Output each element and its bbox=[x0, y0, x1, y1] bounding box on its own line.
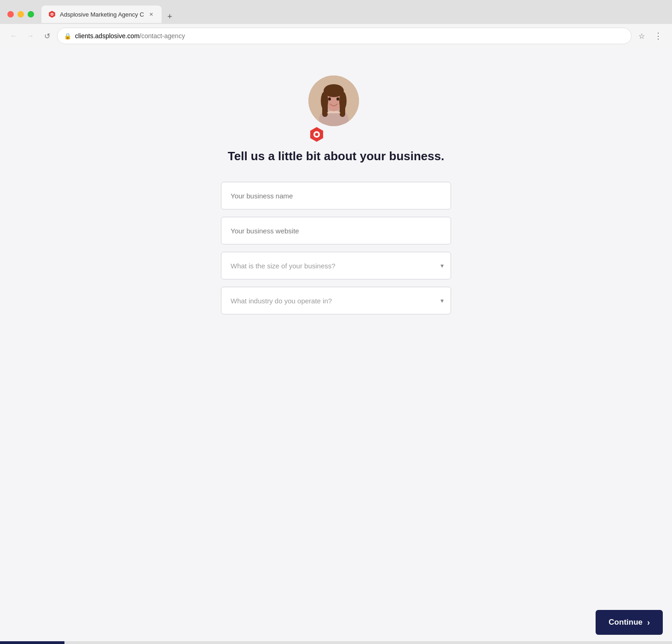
address-bar[interactable]: 🔒 clients.adsplosive.com/contact-agency bbox=[57, 28, 631, 44]
traffic-lights bbox=[7, 11, 34, 17]
minimize-traffic-light[interactable] bbox=[17, 11, 24, 17]
tab-close-button[interactable]: ✕ bbox=[148, 11, 155, 18]
continue-arrow-icon: › bbox=[647, 618, 650, 627]
svg-rect-11 bbox=[340, 99, 345, 117]
new-tab-button[interactable]: + bbox=[163, 10, 176, 23]
business-name-input[interactable] bbox=[221, 182, 451, 209]
industry-wrapper: What industry do you operate in? Technol… bbox=[221, 287, 451, 314]
form-container: What is the size of your business? 1–10 … bbox=[221, 182, 451, 314]
avatar-container bbox=[308, 75, 364, 131]
avatar bbox=[308, 75, 359, 126]
continue-button[interactable]: Continue › bbox=[596, 610, 663, 635]
continue-button-container: Continue › bbox=[596, 610, 663, 635]
page-content: Tell us a little bit about your business… bbox=[0, 48, 672, 644]
back-button[interactable]: ← bbox=[7, 29, 20, 42]
tab-title: Adsplosive Marketing Agency C bbox=[60, 11, 144, 18]
business-website-input[interactable] bbox=[221, 217, 451, 244]
industry-select[interactable]: What industry do you operate in? Technol… bbox=[221, 287, 451, 314]
browser-menu-button[interactable]: ⋮ bbox=[652, 29, 665, 42]
page-title: Tell us a little bit about your business… bbox=[228, 149, 444, 163]
close-traffic-light[interactable] bbox=[7, 11, 14, 17]
avatar-image bbox=[308, 75, 359, 126]
tab-favicon-icon bbox=[48, 10, 56, 18]
business-size-wrapper: What is the size of your business? 1–10 … bbox=[221, 252, 451, 279]
address-text: clients.adsplosive.com/contact-agency bbox=[75, 32, 625, 40]
tabs-bar: Adsplosive Marketing Agency C ✕ + bbox=[41, 6, 665, 23]
brand-badge-icon bbox=[308, 126, 325, 143]
progress-bar-container bbox=[0, 641, 672, 644]
svg-point-2 bbox=[52, 14, 53, 15]
refresh-button[interactable]: ↺ bbox=[41, 29, 53, 42]
bookmark-button[interactable]: ☆ bbox=[635, 29, 648, 42]
forward-button[interactable]: → bbox=[24, 29, 37, 42]
lock-icon: 🔒 bbox=[64, 33, 71, 40]
svg-point-13 bbox=[336, 98, 339, 101]
continue-button-label: Continue bbox=[608, 618, 643, 627]
progress-bar-fill bbox=[0, 641, 64, 644]
maximize-traffic-light[interactable] bbox=[28, 11, 34, 17]
svg-point-12 bbox=[328, 98, 331, 101]
svg-point-16 bbox=[315, 133, 319, 136]
business-size-select[interactable]: What is the size of your business? 1–10 … bbox=[221, 252, 451, 279]
active-tab[interactable]: Adsplosive Marketing Agency C ✕ bbox=[41, 6, 162, 23]
svg-rect-10 bbox=[322, 99, 328, 117]
browser-toolbar: ← → ↺ 🔒 clients.adsplosive.com/contact-a… bbox=[0, 24, 672, 48]
title-bar: Adsplosive Marketing Agency C ✕ + bbox=[0, 0, 672, 24]
browser-chrome: Adsplosive Marketing Agency C ✕ + ← → ↺ … bbox=[0, 0, 672, 48]
